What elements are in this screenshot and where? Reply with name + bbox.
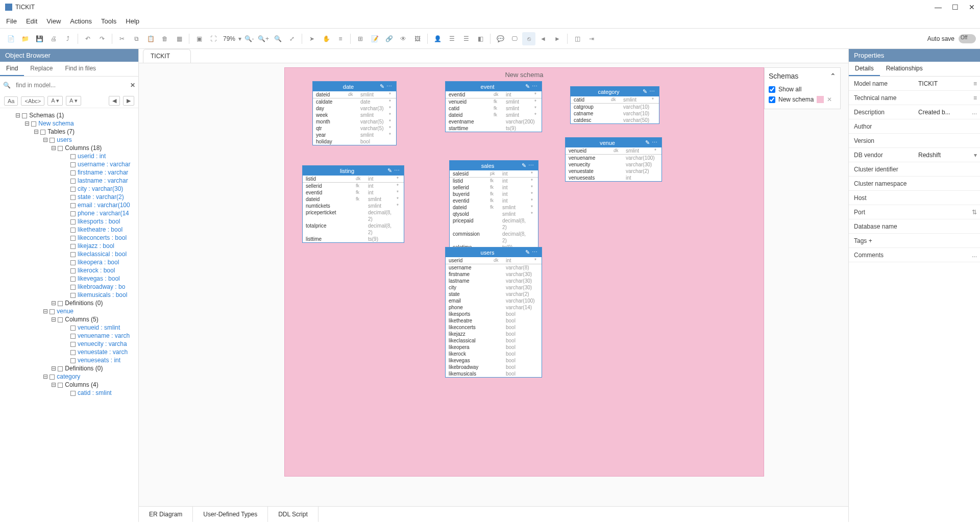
prop-value[interactable]: ≡ (915, 93, 980, 103)
search-input[interactable] (14, 80, 127, 91)
prop-value[interactable]: ⇅ (915, 207, 980, 217)
new-icon[interactable]: 📄 (4, 32, 17, 45)
link-icon[interactable]: 🔗 (382, 32, 396, 45)
list2-icon[interactable]: ☰ (459, 32, 473, 45)
tree-node[interactable]: liketheatre : bool (0, 226, 138, 234)
cut-icon[interactable]: ✂ (115, 32, 129, 45)
bottomtab-1[interactable]: User-Defined Types (193, 507, 268, 522)
print-icon[interactable]: 🖨 (47, 32, 60, 45)
resize-icon[interactable]: ⤢ (285, 32, 299, 45)
er-table-sales[interactable]: sales✎⋯salesidpkint*listidfkint*sellerid… (449, 160, 538, 251)
er-table-category[interactable]: category✎⋯catiddksmlint*catgroupvarchar(… (570, 86, 659, 124)
er-table-users[interactable]: users✎⋯useriddkint*usernamevarchar(8)fir… (445, 247, 542, 378)
expand-icon[interactable]: ⛶ (207, 32, 220, 45)
proptab-1[interactable]: Relationships (880, 62, 929, 76)
tree-node[interactable]: likesports : bool (0, 217, 138, 226)
addtable-icon[interactable]: ⊞ (354, 32, 367, 45)
er-canvas[interactable]: New schema Schemas⌃ Show all New schema✕… (139, 63, 848, 506)
tree-node[interactable]: likeconcerts : bool (0, 234, 138, 242)
tree-node[interactable]: likerock : bool (0, 266, 138, 275)
prop-value[interactable]: ... (915, 250, 980, 260)
open-icon[interactable]: 📁 (18, 32, 32, 45)
screen-icon[interactable]: 🖵 (508, 32, 521, 45)
tree-node[interactable]: username : varchar (0, 160, 138, 168)
filter-a1[interactable]: A ▾ (47, 96, 63, 106)
maximize-icon[interactable]: ☐ (952, 3, 959, 11)
bottomtab-2[interactable]: DDL Script (268, 507, 318, 522)
tree-node[interactable]: likebroadway : bo (0, 283, 138, 291)
tree-node[interactable]: venuecity : varcha (0, 340, 138, 348)
tree-node[interactable]: userid : int (0, 152, 138, 160)
split-icon[interactable]: ◫ (571, 32, 584, 45)
er-table-date[interactable]: date✎⋯dateiddksmlint*caldatedate*dayvarc… (312, 81, 397, 145)
nav-right-icon[interactable]: ► (551, 32, 564, 45)
tree-node[interactable]: ⊟ category (0, 372, 138, 381)
list-icon[interactable]: ☰ (445, 32, 458, 45)
comment-icon[interactable]: 💬 (494, 32, 507, 45)
minimize-icon[interactable]: — (935, 3, 942, 11)
save-icon[interactable]: 💾 (33, 32, 46, 45)
prop-value[interactable] (915, 136, 980, 146)
view-icon[interactable]: 👁 (397, 32, 410, 45)
nav-next-icon[interactable]: ▶ (123, 96, 134, 106)
tree-node[interactable]: lastname : varchar (0, 177, 138, 185)
share-icon[interactable]: ⎋ (522, 32, 535, 45)
nav-left-icon[interactable]: ◄ (536, 32, 550, 45)
menu-actions[interactable]: Actions (70, 17, 92, 25)
tree-node[interactable]: ⊟ Columns (5) (0, 315, 138, 323)
remove-schema-icon[interactable]: ✕ (827, 96, 832, 103)
tree-node[interactable]: venueseats : int (0, 356, 138, 364)
autosave-toggle[interactable] (959, 34, 976, 43)
prop-value[interactable] (915, 236, 980, 246)
tree-node[interactable]: likeopera : bool (0, 258, 138, 266)
tree-node[interactable]: city : varchar(30) (0, 185, 138, 193)
tree-node[interactable]: phone : varchar(14 (0, 209, 138, 217)
proptab-0[interactable]: Details (849, 62, 880, 76)
tree-node[interactable]: likevegas : bool (0, 275, 138, 283)
bottomtab-0[interactable]: ER Diagram (139, 507, 193, 522)
showall-check[interactable] (769, 86, 775, 93)
paste-icon[interactable]: 📋 (144, 32, 157, 45)
hand-icon[interactable]: ✋ (320, 32, 333, 45)
menu-view[interactable]: View (46, 17, 61, 25)
delete-icon[interactable]: 🗑 (158, 32, 172, 45)
redo-icon[interactable]: ↷ (95, 32, 109, 45)
menu-file[interactable]: File (6, 17, 17, 25)
tree-node[interactable]: ⊟ Tables (7) (0, 128, 138, 136)
close-icon[interactable]: ✕ (969, 3, 975, 11)
lines-icon[interactable]: ≡ (334, 32, 347, 45)
pointer-icon[interactable]: ➤ (305, 32, 318, 45)
zoomout-icon[interactable]: 🔍- (242, 32, 256, 45)
findtab-2[interactable]: Find in files (59, 62, 102, 76)
tree-node[interactable]: ⊟ Columns (4) (0, 381, 138, 389)
filter-aa[interactable]: Aa (4, 96, 18, 106)
tree-node[interactable]: venueid : smlint (0, 323, 138, 332)
tree-node[interactable]: ⊟ New schema (0, 119, 138, 128)
zoom-level[interactable]: 79% (221, 35, 237, 42)
prop-value[interactable] (915, 164, 980, 174)
newschema-check[interactable] (769, 96, 775, 103)
prop-value[interactable] (915, 193, 980, 203)
prop-value[interactable]: Redshift▾ (915, 150, 980, 160)
clear-search-icon[interactable]: ✕ (130, 82, 135, 89)
tree-node[interactable]: likeclassical : bool (0, 250, 138, 258)
tree-node[interactable]: venuestate : varch (0, 348, 138, 356)
prop-value[interactable]: Created b...... (915, 107, 980, 117)
tree-node[interactable]: ⊟ venue (0, 307, 138, 315)
zoomin-icon[interactable]: 🔍+ (257, 32, 270, 45)
search-icon[interactable]: 🔍 (271, 32, 284, 45)
er-table-listing[interactable]: listing✎⋯listiddkint*selleridfkint*event… (302, 165, 404, 243)
er-table-venue[interactable]: venue✎⋯venueiddksmlint*venuenamevarchar(… (565, 137, 662, 182)
findtab-1[interactable]: Replace (24, 62, 59, 76)
thumbnail-icon[interactable]: ▦ (173, 32, 186, 45)
tree-node[interactable]: ⊟ Columns (18) (0, 144, 138, 152)
tree-node[interactable]: email : varchar(100 (0, 201, 138, 209)
menu-tools[interactable]: Tools (101, 17, 116, 25)
tree-node[interactable]: likemusicals : bool (0, 291, 138, 299)
filter-a2[interactable]: A ▾ (66, 96, 81, 106)
collapse-icon[interactable]: ⌃ (830, 72, 836, 80)
tree-node[interactable]: ⊟ Definitions (0) (0, 364, 138, 372)
export-icon[interactable]: ⤴ (61, 32, 75, 45)
tree-node[interactable]: catid : smlint (0, 389, 138, 397)
addnote-icon[interactable]: 📝 (368, 32, 381, 45)
